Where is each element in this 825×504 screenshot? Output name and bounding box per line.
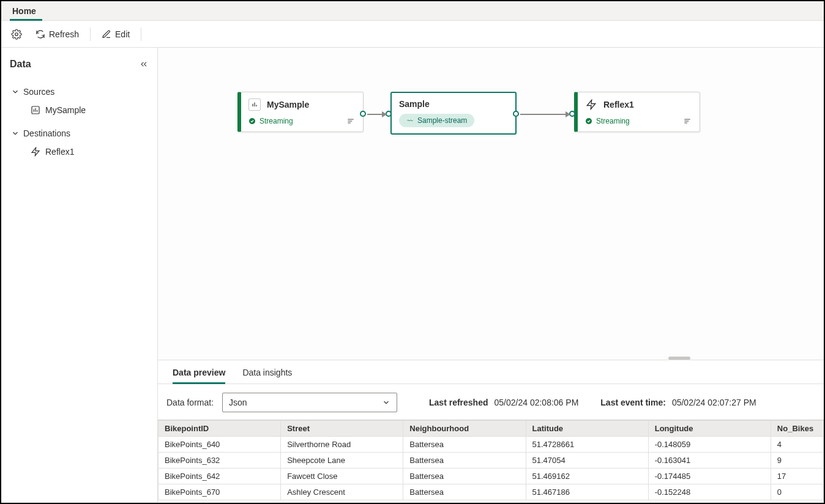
ribbon-tabbar: Home bbox=[1, 1, 824, 21]
port-out[interactable] bbox=[360, 111, 366, 117]
table-cell: -0.152248 bbox=[648, 484, 771, 500]
last-event-value: 05/02/24 02:07:27 PM bbox=[672, 398, 756, 407]
node-status: Streaming bbox=[596, 117, 630, 125]
bolt-icon bbox=[31, 147, 40, 157]
last-refreshed-value: 05/02/24 02:08:06 PM bbox=[495, 398, 579, 407]
tab-data-insights[interactable]: Data insights bbox=[242, 368, 292, 384]
table-cell: 51.4728661 bbox=[526, 437, 648, 453]
data-format-label: Data format: bbox=[166, 398, 214, 407]
column-header[interactable]: BikepointID bbox=[159, 421, 281, 437]
data-format-select[interactable]: Json bbox=[222, 393, 397, 412]
table-cell: 4 bbox=[771, 437, 823, 453]
node-title: Sample bbox=[399, 99, 430, 109]
table-cell: 51.47054 bbox=[526, 453, 648, 469]
tree-item-mysample[interactable]: MySample bbox=[10, 100, 149, 120]
table-cell: 51.469162 bbox=[526, 469, 648, 484]
edit-button[interactable]: Edit bbox=[97, 24, 135, 44]
table-cell: 9 bbox=[771, 453, 823, 469]
stream-chip-label: Sample-stream bbox=[417, 116, 467, 125]
collapse-sidebar-button[interactable] bbox=[139, 59, 149, 69]
table-cell: BikePoints_670 bbox=[159, 484, 281, 500]
data-preview-grid[interactable]: BikepointIDStreetNeighbourhoodLatitudeLo… bbox=[158, 420, 824, 500]
edge bbox=[520, 114, 569, 115]
tab-data-preview[interactable]: Data preview bbox=[173, 368, 225, 384]
column-header[interactable]: Latitude bbox=[526, 421, 648, 437]
table-cell: 51.467186 bbox=[526, 484, 648, 500]
refresh-button[interactable]: Refresh bbox=[31, 24, 84, 44]
node-source[interactable]: MySample Streaming bbox=[237, 92, 364, 132]
node-menu-button[interactable] bbox=[346, 117, 356, 125]
chart-icon bbox=[31, 105, 40, 115]
port-out[interactable] bbox=[513, 111, 519, 117]
table-cell: BikePoints_640 bbox=[159, 437, 281, 453]
column-header[interactable]: Longitude bbox=[648, 421, 771, 437]
table-cell: Battersea bbox=[403, 469, 526, 484]
pipeline-canvas[interactable]: MySample Streaming Sample bbox=[158, 48, 824, 360]
tree-item-reflex1[interactable]: Reflex1 bbox=[10, 142, 149, 161]
table-cell: 0 bbox=[771, 484, 823, 500]
last-refreshed-label: Last refreshed bbox=[429, 398, 488, 407]
refresh-label: Refresh bbox=[49, 29, 79, 39]
check-circle-icon bbox=[248, 117, 256, 125]
table-cell: Battersea bbox=[403, 453, 526, 469]
tree-section-destinations-label: Destinations bbox=[23, 128, 70, 138]
table-cell: Silverthorne Road bbox=[281, 437, 403, 453]
last-event-label: Last event time: bbox=[600, 398, 666, 407]
edge bbox=[367, 114, 386, 115]
menu-lines-icon bbox=[346, 117, 356, 125]
toolbar-divider bbox=[90, 28, 91, 41]
node-dest[interactable]: Reflex1 Streaming bbox=[574, 92, 700, 132]
gear-icon bbox=[11, 29, 22, 40]
chevrons-left-icon bbox=[139, 59, 149, 69]
svg-point-0 bbox=[15, 32, 18, 35]
table-cell: BikePoints_632 bbox=[159, 453, 281, 469]
tree-section-destinations[interactable]: Destinations bbox=[10, 125, 149, 142]
node-menu-button[interactable] bbox=[682, 117, 692, 125]
stream-icon bbox=[406, 117, 414, 124]
chevron-down-icon bbox=[11, 129, 20, 138]
column-header[interactable]: No_Bikes bbox=[771, 421, 823, 437]
node-title: Reflex1 bbox=[603, 100, 634, 109]
table-cell: -0.174485 bbox=[648, 469, 771, 484]
chevron-down-icon bbox=[382, 398, 390, 407]
table-cell: Battersea bbox=[403, 484, 526, 500]
table-row[interactable]: BikePoints_670Ashley CrescentBattersea51… bbox=[159, 484, 824, 500]
column-header[interactable]: Neighbourhood bbox=[403, 421, 526, 437]
resize-grip[interactable] bbox=[668, 357, 690, 360]
tree-section-sources[interactable]: Sources bbox=[10, 83, 149, 100]
tree-item-label: Reflex1 bbox=[45, 147, 74, 157]
svg-marker-13 bbox=[587, 100, 595, 109]
edit-label: Edit bbox=[115, 29, 130, 39]
node-status: Streaming bbox=[259, 117, 293, 125]
toolbar-divider-2 bbox=[141, 28, 141, 41]
tree-item-label: MySample bbox=[45, 105, 86, 115]
menu-lines-icon bbox=[682, 117, 692, 125]
table-row[interactable]: BikePoints_642Fawcett CloseBattersea51.4… bbox=[159, 469, 824, 484]
bolt-icon bbox=[585, 98, 597, 111]
chart-icon bbox=[248, 98, 261, 111]
check-circle-icon bbox=[585, 117, 592, 125]
svg-marker-5 bbox=[32, 147, 39, 155]
table-cell: Sheepcote Lane bbox=[281, 453, 403, 469]
toolbar: Refresh Edit bbox=[1, 21, 824, 48]
table-cell: Ashley Crescent bbox=[281, 484, 403, 500]
edit-icon bbox=[102, 29, 111, 39]
settings-button[interactable] bbox=[6, 24, 27, 44]
node-stream[interactable]: Sample Sample-stream bbox=[390, 92, 517, 135]
table-cell: -0.163041 bbox=[648, 453, 771, 469]
table-cell: Battersea bbox=[403, 437, 526, 453]
table-row[interactable]: BikePoints_632Sheepcote LaneBattersea51.… bbox=[159, 453, 824, 469]
table-row[interactable]: BikePoints_640Silverthorne RoadBattersea… bbox=[159, 437, 824, 453]
table-cell: -0.148059 bbox=[648, 437, 771, 453]
data-format-value: Json bbox=[229, 398, 247, 407]
column-header[interactable]: Street bbox=[281, 421, 403, 437]
node-title: MySample bbox=[267, 100, 309, 109]
table-cell: Fawcett Close bbox=[281, 469, 403, 484]
table-cell: BikePoints_642 bbox=[159, 469, 281, 484]
tab-home[interactable]: Home bbox=[10, 2, 42, 20]
table-cell: 17 bbox=[771, 469, 823, 484]
sidebar: Data Sources MySample Destinations Ref bbox=[1, 48, 158, 503]
chevron-down-icon bbox=[11, 87, 20, 96]
tree-section-sources-label: Sources bbox=[23, 87, 54, 97]
stream-chip[interactable]: Sample-stream bbox=[399, 114, 474, 127]
